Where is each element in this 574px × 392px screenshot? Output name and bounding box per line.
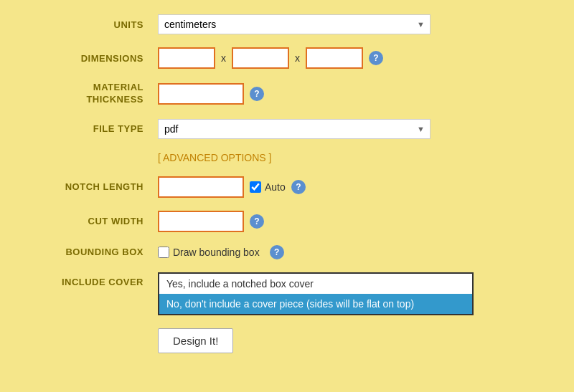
dimension-y-input[interactable]: 5 bbox=[232, 47, 289, 69]
notch-row: NOTCH LENGTH 0.46875 Auto ? bbox=[29, 176, 545, 198]
cover-control: Yes, include a notched box cover No, don… bbox=[158, 272, 545, 315]
form-container: UNITS centimeters inches millimeters DIM… bbox=[29, 14, 545, 353]
filetype-control: pdf svg dxf bbox=[158, 119, 545, 139]
cover-row: INCLUDE COVER Yes, include a notched box… bbox=[29, 272, 545, 315]
cover-label: INCLUDE COVER bbox=[29, 272, 158, 287]
units-label: UNITS bbox=[29, 19, 158, 30]
cutwidth-help-icon[interactable]: ? bbox=[250, 214, 264, 229]
notch-help-icon[interactable]: ? bbox=[291, 180, 306, 194]
auto-label: Auto bbox=[265, 181, 286, 193]
cover-option-0[interactable]: Yes, include a notched box cover bbox=[159, 274, 472, 294]
filetype-select[interactable]: pdf svg dxf bbox=[158, 119, 430, 139]
material-thickness-input[interactable]: 0.1875 bbox=[158, 83, 244, 105]
dimensions-label: DIMENSIONS bbox=[29, 53, 158, 64]
dim-sep-1: x bbox=[221, 52, 226, 64]
material-help-icon[interactable]: ? bbox=[250, 87, 264, 101]
dimension-z-input[interactable]: 6 bbox=[306, 47, 363, 69]
filetype-row: FILE TYPE pdf svg dxf bbox=[29, 119, 545, 139]
notch-label: NOTCH LENGTH bbox=[29, 181, 158, 192]
material-row: MATERIALTHICKNESS 0.1875 ? bbox=[29, 82, 545, 106]
cover-option-1[interactable]: No, don't include a cover piece (sides w… bbox=[159, 294, 472, 314]
dimension-x-input[interactable]: 4 bbox=[158, 47, 215, 69]
advanced-options-link[interactable]: [ ADVANCED OPTIONS ] bbox=[158, 152, 271, 163]
bounding-checkbox-label[interactable]: Draw bounding box bbox=[158, 247, 264, 258]
units-control: centimeters inches millimeters bbox=[158, 14, 545, 34]
material-control: 0.1875 ? bbox=[158, 83, 545, 105]
notch-length-input[interactable]: 0.46875 bbox=[158, 176, 244, 198]
bounding-box-checkbox[interactable] bbox=[158, 247, 169, 258]
dimensions-control: 4 x 5 x 6 ? bbox=[158, 47, 545, 69]
filetype-label: FILE TYPE bbox=[29, 123, 158, 134]
bounding-label: BOUNDING BOX bbox=[29, 247, 158, 257]
design-it-button[interactable]: Design It! bbox=[158, 328, 233, 353]
units-select-wrapper: centimeters inches millimeters bbox=[158, 14, 430, 34]
dimensions-row: DIMENSIONS 4 x 5 x 6 ? bbox=[29, 47, 545, 69]
design-control: Design It! bbox=[158, 328, 545, 353]
filetype-select-wrapper: pdf svg dxf bbox=[158, 119, 430, 139]
cover-dropdown-list: Yes, include a notched box cover No, don… bbox=[158, 272, 474, 315]
auto-checkbox-label[interactable]: Auto bbox=[250, 181, 286, 193]
cutwidth-label: CUT WIDTH bbox=[29, 216, 158, 226]
bounding-row: BOUNDING BOX Draw bounding box ? bbox=[29, 245, 545, 259]
cut-width-input[interactable]: 0 bbox=[158, 211, 244, 232]
material-label: MATERIALTHICKNESS bbox=[29, 82, 158, 106]
bounding-help-icon[interactable]: ? bbox=[270, 245, 284, 259]
dim-sep-2: x bbox=[295, 52, 300, 64]
cutwidth-control: 0 ? bbox=[158, 211, 545, 232]
auto-checkbox[interactable] bbox=[250, 181, 261, 193]
design-row: Design It! bbox=[29, 328, 545, 353]
cutwidth-row: CUT WIDTH 0 ? bbox=[29, 211, 545, 232]
advanced-options-row: [ ADVANCED OPTIONS ] bbox=[29, 152, 545, 163]
units-select[interactable]: centimeters inches millimeters bbox=[158, 14, 430, 34]
notch-control: 0.46875 Auto ? bbox=[158, 176, 545, 198]
dimensions-help-icon[interactable]: ? bbox=[369, 51, 383, 65]
bounding-control: Draw bounding box ? bbox=[158, 245, 545, 259]
units-row: UNITS centimeters inches millimeters bbox=[29, 14, 545, 34]
bounding-box-text: Draw bounding box bbox=[173, 247, 260, 258]
